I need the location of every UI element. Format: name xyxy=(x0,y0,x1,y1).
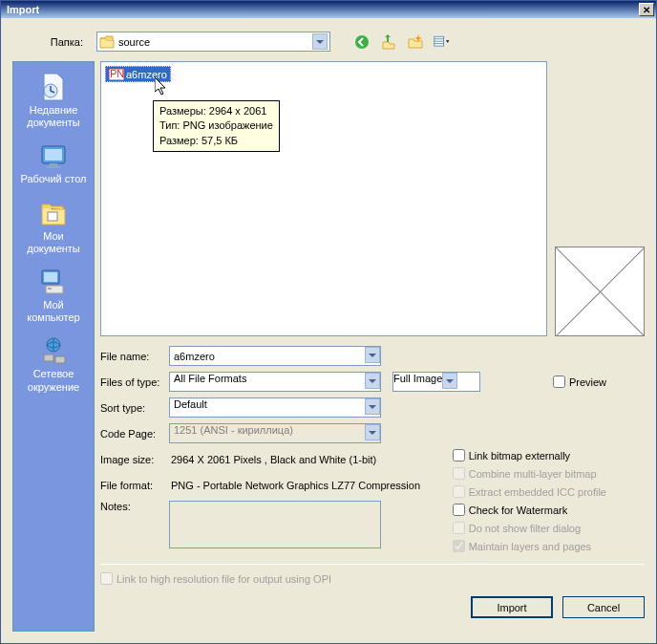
up-icon[interactable] xyxy=(380,33,397,51)
tooltip-type: Тип: PNG изображение xyxy=(159,118,273,133)
no-filter-checkbox: Do not show filter dialog xyxy=(453,522,606,534)
file-item-selected[interactable]: PNG a6mzero xyxy=(105,66,171,82)
svg-text:PNG: PNG xyxy=(110,69,124,79)
codepage-combo: 1251 (ANSI - кириллица) xyxy=(169,423,381,443)
fullimage-arrow[interactable] xyxy=(442,373,457,389)
place-recent[interactable]: Недавние документы xyxy=(15,68,92,133)
network-icon xyxy=(38,335,69,366)
filetype-arrow[interactable] xyxy=(365,373,380,389)
svg-rect-8 xyxy=(50,163,57,166)
view-menu-icon[interactable] xyxy=(434,33,451,51)
maintain-checkbox: Maintain layers and pages xyxy=(453,540,606,552)
combine-input xyxy=(453,467,465,480)
filename-input[interactable] xyxy=(170,347,365,365)
place-mydocs-label: Мои документы xyxy=(15,230,92,255)
close-button[interactable]: ✕ xyxy=(639,3,654,16)
cancel-button[interactable]: Cancel xyxy=(562,596,645,618)
link-bitmap-checkbox[interactable]: Link bitmap externally xyxy=(453,449,606,462)
place-desktop[interactable]: Рабочий стол xyxy=(15,137,92,189)
form-area: File name: Files of type: All File Forma… xyxy=(100,346,645,618)
places-bar: Недавние документы Рабочий стол Мои доку… xyxy=(12,61,95,632)
import-options: Link bitmap externally Combine multi-lay… xyxy=(453,449,606,554)
svg-point-0 xyxy=(355,35,369,49)
watermark-input[interactable] xyxy=(453,504,465,516)
preview-box xyxy=(555,247,645,336)
place-mydocs[interactable]: Мои документы xyxy=(15,194,92,259)
place-desktop-label: Рабочий стол xyxy=(20,173,86,185)
place-network-label: Сетевое окружение xyxy=(15,368,92,393)
extract-icc-checkbox: Extract embedded ICC profile xyxy=(453,485,606,498)
dialog-title: Import xyxy=(3,4,639,15)
filetype-combo[interactable]: All File Formats xyxy=(169,372,381,392)
link-bitmap-label: Link bitmap externally xyxy=(469,450,570,462)
divider xyxy=(100,564,645,565)
filename-label: File name: xyxy=(100,351,169,362)
codepage-label: Code Page: xyxy=(100,428,169,440)
file-tooltip: Размеры: 2964 x 2061 Тип: PNG изображени… xyxy=(153,100,280,152)
codepage-value: 1251 (ANSI - кириллица) xyxy=(170,424,365,442)
svg-rect-16 xyxy=(44,354,53,361)
nav-icons xyxy=(353,33,451,51)
png-file-icon: PNG xyxy=(109,69,124,80)
notes-box xyxy=(169,501,381,548)
recent-docs-icon xyxy=(38,72,69,102)
maintain-label: Maintain layers and pages xyxy=(469,541,591,552)
desktop-icon xyxy=(38,140,69,171)
svg-rect-10 xyxy=(48,212,57,221)
maintain-input xyxy=(453,540,465,552)
combine-checkbox: Combine multi-layer bitmap xyxy=(453,467,606,480)
filename-combo[interactable] xyxy=(169,346,381,366)
place-mycomp[interactable]: Мой компьютер xyxy=(15,263,92,328)
place-mycomp-label: Мой компьютер xyxy=(15,299,92,324)
filename-arrow[interactable] xyxy=(365,347,380,363)
folder-combo-arrow[interactable] xyxy=(312,33,328,50)
preview-column xyxy=(555,31,645,336)
file-listing[interactable]: PNG a6mzero Размеры: 2964 x 2061 Тип: PN… xyxy=(100,61,547,336)
right-pane: PNG a6mzero Размеры: 2964 x 2061 Тип: PN… xyxy=(100,61,645,632)
fullimage-combo[interactable]: Full Image xyxy=(392,372,480,392)
svg-rect-17 xyxy=(55,356,65,363)
file-item-name: a6mzero xyxy=(126,69,167,80)
place-recent-label: Недавние документы xyxy=(15,104,92,129)
imagesize-label: Image size: xyxy=(100,454,169,465)
place-network[interactable]: Сетевое окружение xyxy=(15,332,92,397)
file-area-row: PNG a6mzero Размеры: 2964 x 2061 Тип: PN… xyxy=(100,61,645,336)
link-bitmap-input[interactable] xyxy=(453,449,465,462)
sort-arrow[interactable] xyxy=(365,398,380,415)
folder-combo[interactable]: source xyxy=(96,32,330,52)
mycomputer-icon xyxy=(38,267,69,297)
watermark-checkbox[interactable]: Check for Watermark xyxy=(453,504,606,516)
button-row: Import Cancel xyxy=(100,585,645,618)
folder-icon xyxy=(99,35,115,49)
filetype-label: Files of type: xyxy=(100,376,169,388)
folder-label: Папка: xyxy=(12,36,91,48)
opi-label: Link to high resolution file for output … xyxy=(117,573,331,585)
main-area: Недавние документы Рабочий стол Мои доку… xyxy=(1,61,656,643)
tooltip-dims: Размеры: 2964 x 2061 xyxy=(159,104,273,118)
preview-checkbox[interactable]: Preview xyxy=(553,376,606,388)
fileformat-value: PNG - Portable Network Graphics LZ77 Com… xyxy=(169,480,420,491)
folder-value: source xyxy=(118,36,312,48)
sort-value: Default xyxy=(170,398,365,417)
import-dialog: Import ✕ Папка: source xyxy=(0,0,657,644)
codepage-arrow xyxy=(365,424,380,440)
new-folder-icon[interactable] xyxy=(407,33,424,51)
mydocs-icon xyxy=(38,198,69,228)
fileformat-label: File format: xyxy=(100,480,169,491)
tooltip-size: Размер: 57,5 КБ xyxy=(159,134,273,148)
preview-check-input[interactable] xyxy=(553,376,565,388)
back-icon[interactable] xyxy=(353,33,371,51)
opi-input xyxy=(100,572,113,585)
no-filter-input xyxy=(453,522,465,534)
imagesize-value: 2964 X 2061 Pixels , Black and White (1-… xyxy=(169,454,376,465)
import-button[interactable]: Import xyxy=(471,596,553,618)
combine-label: Combine multi-layer bitmap xyxy=(469,468,597,480)
sort-label: Sort type: xyxy=(100,402,169,414)
extract-icc-label: Extract embedded ICC profile xyxy=(469,486,606,498)
svg-rect-14 xyxy=(48,288,52,290)
notes-label: Notes: xyxy=(100,501,169,512)
extract-icc-input xyxy=(453,485,465,498)
svg-rect-12 xyxy=(44,272,57,282)
fullimage-value: Full Image xyxy=(393,373,442,391)
sort-combo[interactable]: Default xyxy=(169,397,381,418)
